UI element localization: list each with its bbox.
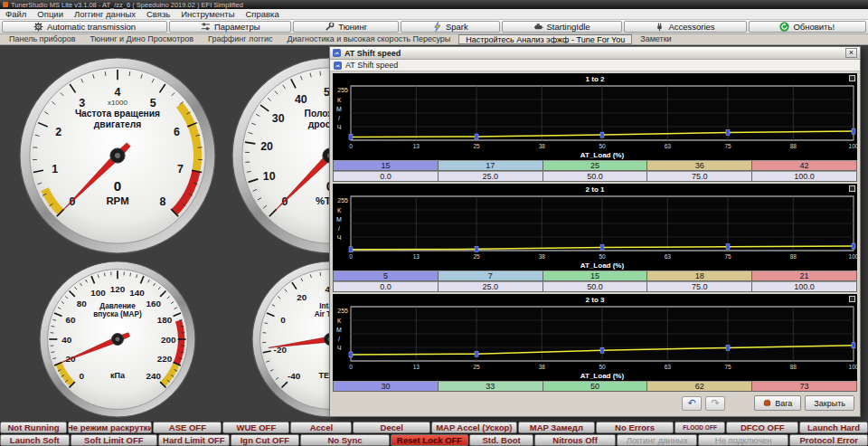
- redo-icon: ↷: [712, 397, 720, 409]
- status-launch-mode: Не режим раскрутки: [68, 422, 152, 433]
- tab-tune-analyze[interactable]: Настройтесь Анализ эфжф - Tune For You: [458, 34, 632, 44]
- svg-text:13: 13: [413, 143, 420, 149]
- bin-value-cell[interactable]: 15: [543, 270, 648, 281]
- status-bar: Not RunningНе режим раскруткиASE OFFWUE …: [0, 422, 868, 446]
- bin-load-cell[interactable]: 50.0: [543, 281, 648, 292]
- dialog-close-icon[interactable]: ×: [845, 48, 857, 58]
- dashboard-area: 012345678x1000Частота вращениядвигателя0…: [0, 45, 868, 422]
- bin-load-cell[interactable]: 25.0: [439, 281, 543, 292]
- svg-text:0: 0: [349, 364, 353, 370]
- menu-help[interactable]: Справка: [240, 9, 284, 19]
- dialog-header-label: AT Shift speed: [345, 61, 398, 70]
- svg-text:0: 0: [349, 253, 353, 260]
- status-not-running: Not Running: [0, 422, 67, 433]
- bin-load-cell[interactable]: 100.0: [752, 171, 857, 182]
- svg-text:10: 10: [263, 170, 276, 183]
- undo-button[interactable]: ↶: [682, 396, 702, 411]
- shift-curve-2-to-3[interactable]: 013253850637588100255КМ/ЧAT_Load (%): [333, 305, 857, 381]
- menu-datalogging[interactable]: Логгинг данных: [69, 9, 141, 19]
- status-ase: ASE OFF: [153, 422, 222, 433]
- at-shift-speed-dialog: AT Shift speed × AT Shift speed 1 to 201…: [329, 46, 861, 417]
- bin-load-cell[interactable]: 100.0: [752, 281, 857, 292]
- burn-button[interactable]: Вага: [754, 395, 801, 411]
- bin-value-cell[interactable]: 17: [439, 160, 543, 171]
- bin-value-cell[interactable]: 73: [752, 381, 857, 392]
- tab-dashboard[interactable]: Панель приборов: [3, 34, 81, 44]
- bin-value-cell[interactable]: 36: [647, 160, 752, 171]
- svg-text:38: 38: [539, 253, 546, 260]
- bin-load-cell[interactable]: 25.0: [439, 171, 543, 182]
- status-connection: Не подключен: [698, 434, 789, 446]
- toolbar-button-label: Automatic transmission: [47, 22, 136, 32]
- dialog-titlebar[interactable]: AT Shift speed ×: [330, 47, 860, 60]
- undo-icon: ↶: [688, 397, 696, 409]
- tab-notes[interactable]: Заметки: [634, 34, 677, 44]
- svg-text:240: 240: [146, 371, 162, 381]
- bin-value-cell[interactable]: 50: [543, 381, 648, 392]
- toolbar-button-label: Тюнинг: [338, 22, 367, 32]
- bin-value-cell[interactable]: 5: [334, 270, 439, 281]
- status-dfco: DFCO OFF: [726, 422, 798, 433]
- bin-value-cell[interactable]: 42: [752, 160, 857, 171]
- toolbar: Automatic transmissionПараметрыТюнингSpa…: [0, 20, 868, 34]
- shift-speed-bins: 1517253642: [333, 160, 857, 171]
- map-gauge: 020406080100120140160180200220240Давлени…: [40, 261, 195, 417]
- svg-text:160: 160: [146, 299, 162, 308]
- expand-icon[interactable]: [849, 296, 855, 302]
- menu-communications[interactable]: Связь: [141, 9, 175, 19]
- toolbar-accessories-button[interactable]: Accessories: [624, 21, 747, 33]
- menu-options[interactable]: Опции: [32, 9, 69, 19]
- shift-speed-bins: 57151821: [333, 270, 857, 281]
- shift-curve-1-to-2[interactable]: 013253850637588100255КМ/ЧAT_Load (%): [333, 84, 857, 160]
- svg-text:7: 7: [177, 163, 184, 176]
- shift-map-2-to-3: 2 to 3013253850637588100255КМ/ЧAT_Load (…: [333, 294, 857, 392]
- status-row-2: Launch SoftSoft Limit OFFHard Limit OFFI…: [0, 434, 868, 446]
- bin-value-cell[interactable]: 30: [334, 381, 439, 392]
- toolbar-spark-button[interactable]: Spark: [401, 21, 500, 33]
- bin-value-cell[interactable]: 62: [647, 381, 752, 392]
- toolbar-starting-idle-button[interactable]: StartingIdle: [502, 21, 622, 33]
- svg-text:8: 8: [160, 195, 166, 208]
- tab-bar: Панель приборовТюнинг и Дино ПросмотровГ…: [0, 34, 868, 45]
- bin-load-cell[interactable]: 50.0: [543, 171, 648, 182]
- svg-text:75: 75: [724, 253, 731, 260]
- svg-text:Частота вращения: Частота вращения: [75, 109, 160, 119]
- redo-button[interactable]: ↷: [705, 396, 725, 411]
- svg-text:50: 50: [599, 143, 606, 149]
- bin-load-cell[interactable]: 0.0: [334, 171, 439, 182]
- bin-load-cell[interactable]: 75.0: [647, 281, 752, 292]
- bin-value-cell[interactable]: 25: [543, 160, 648, 171]
- svg-text:255: 255: [337, 197, 348, 204]
- toolbar-tuning-button[interactable]: Тюнинг: [293, 21, 399, 33]
- status-launch-hard: Launch Hard: [799, 422, 868, 433]
- menu-tools[interactable]: Инструменты: [175, 9, 240, 19]
- close-dialog-button[interactable]: Закрыть: [805, 395, 854, 411]
- shift-map-1-to-2: 1 to 2013253850637588100255КМ/ЧAT_Load (…: [333, 73, 857, 182]
- tab-diagnostics[interactable]: Диагностика и высокая скорость Пересуры: [281, 34, 458, 44]
- menu-file[interactable]: Файл: [0, 9, 32, 19]
- bin-value-cell[interactable]: 7: [439, 270, 543, 281]
- svg-text:AT_Load (%): AT_Load (%): [580, 372, 625, 380]
- tab-graphing-logging[interactable]: Граффинг логгис: [202, 34, 278, 44]
- shift-curve-2-to-1[interactable]: 013253850637588100255КМ/ЧAT_Load (%): [333, 195, 857, 270]
- bin-load-cell[interactable]: 75.0: [647, 171, 752, 182]
- bin-value-cell[interactable]: 18: [647, 270, 752, 281]
- svg-text:25: 25: [473, 143, 480, 149]
- tab-tune-dyno[interactable]: Тюнинг и Дино Просмотров: [83, 34, 200, 44]
- toolbar-refresh-button[interactable]: Обновить!: [749, 21, 866, 33]
- svg-text:Ч: Ч: [337, 345, 342, 351]
- toolbar-parameters-button[interactable]: Параметры: [169, 21, 291, 33]
- expand-icon[interactable]: [849, 75, 855, 81]
- toolbar-button-label: Обновить!: [793, 22, 835, 32]
- svg-text:120: 120: [110, 284, 126, 294]
- window-titlebar: TunerStudio MS Lite v3.1.08 - AT_/zz_6 (…: [0, 0, 868, 9]
- bin-value-cell[interactable]: 15: [334, 160, 439, 171]
- expand-icon[interactable]: [849, 185, 855, 192]
- status-errors: No Errors: [596, 422, 674, 433]
- svg-text:100: 100: [849, 253, 857, 260]
- bin-value-cell[interactable]: 33: [439, 381, 543, 392]
- bin-load-cell[interactable]: 0.0: [334, 281, 439, 292]
- bin-value-cell[interactable]: 21: [752, 270, 857, 281]
- svg-text:80: 80: [77, 299, 87, 308]
- toolbar-automatic-transmission-button[interactable]: Automatic transmission: [2, 21, 167, 33]
